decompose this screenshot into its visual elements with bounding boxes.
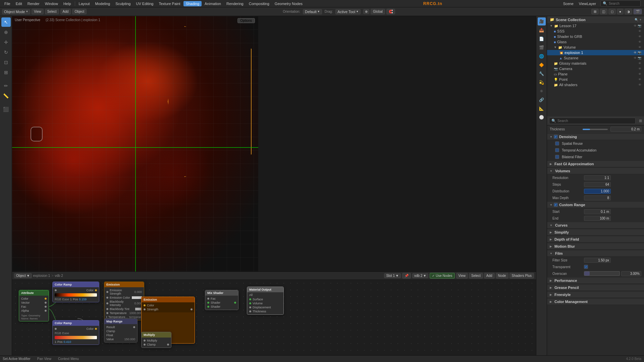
menu-window[interactable]: Window	[43, 1, 60, 6]
menu-geometry-nodes[interactable]: Geometry Nodes	[272, 1, 305, 6]
dof-header[interactable]: ▶ Depth of Field	[547, 236, 644, 243]
sc-sss[interactable]: ■ SSS 👁	[547, 28, 644, 34]
transform-icon[interactable]: ⊞	[1, 68, 11, 77]
mode-selector[interactable]: Object Mode ▼	[2, 9, 30, 14]
solid-btn[interactable]: ●	[617, 9, 624, 14]
select-button[interactable]: Select	[45, 9, 59, 14]
steps-value[interactable]: 64	[584, 182, 611, 187]
viewport-options-btn[interactable]: Options	[237, 18, 255, 23]
node-map-range[interactable]: Map Range Result Clamp Float Value 150.0…	[104, 318, 138, 343]
filter-icon[interactable]: 🔍	[635, 18, 638, 21]
props-search-bar[interactable]: 🔍	[549, 118, 636, 124]
curves-header[interactable]: ▼ Curves	[547, 222, 644, 229]
menu-shading[interactable]: Shading	[183, 1, 202, 6]
color-management-header[interactable]: ▶ Color Management	[547, 299, 644, 305]
add-collection-icon[interactable]: +	[640, 18, 641, 21]
menu-edit[interactable]: Edit	[13, 1, 24, 6]
view-icon-cam[interactable]: 👁	[638, 67, 641, 70]
physics-icon[interactable]: ⚛	[538, 87, 546, 95]
ne-add-btn[interactable]: Add	[484, 273, 495, 279]
material-selector[interactable]: vdb 2 ▼	[412, 273, 428, 278]
node-attribute[interactable]: Attribute Color Vector Fac Alpha	[19, 290, 49, 321]
sc-glass[interactable]: ■ Glass 👁	[547, 39, 644, 45]
grease-pencil-header[interactable]: ▶ Grease Pencil	[547, 285, 644, 291]
viewport-3d[interactable]: User Perspective (2.33) Scene Collection…	[12, 16, 258, 278]
view-icon-point[interactable]: 👁	[638, 78, 641, 81]
scene-selector[interactable]: Scene	[561, 1, 576, 6]
end-value[interactable]: 100 m	[584, 216, 611, 221]
add-button[interactable]: Add	[60, 9, 71, 14]
sc-volume[interactable]: ▼ 📁 Volume 👁	[547, 45, 644, 50]
sc-camera[interactable]: 📷 Camera 👁	[547, 66, 644, 71]
restrict-view-icon[interactable]: 👁	[634, 24, 637, 27]
sc-glossy[interactable]: 📁 Glossy materials 👁	[547, 61, 644, 66]
start-value[interactable]: 0.1 m	[584, 209, 611, 214]
motionblur-header[interactable]: ▶ Motion Blur	[547, 243, 644, 250]
sc-explosion1[interactable]: 💥 explosion 1 👁 📷	[547, 50, 644, 55]
data-icon[interactable]: 📐	[538, 105, 546, 113]
custom-range-header[interactable]: ▼ Custom Range	[547, 202, 644, 208]
view-icon-stg[interactable]: 👁	[638, 35, 641, 38]
spatial-reuse-checkbox[interactable]	[555, 141, 559, 145]
overlay-btn[interactable]: ⊞	[591, 9, 599, 14]
fast-gi-header[interactable]: ▶ Fast GI Approximation	[547, 161, 644, 167]
node-material-output[interactable]: Material Output All Surface Volume Displ…	[247, 287, 284, 315]
node-canvas[interactable]: Attribute Color Vector Fac Alpha	[12, 280, 536, 355]
menu-layout[interactable]: Layout	[76, 1, 92, 6]
drag-selector[interactable]: Active Tool ▼	[335, 9, 361, 14]
output-icon[interactable]: 📤	[538, 26, 546, 34]
use-nodes-btn[interactable]: ✓ Use Nodes	[430, 273, 454, 279]
menu-modeling[interactable]: Modeling	[93, 1, 113, 6]
material-icon[interactable]: ⚪	[538, 113, 546, 121]
ne-select-btn[interactable]: Select	[469, 273, 483, 279]
custom-range-checkbox[interactable]	[554, 203, 558, 207]
menu-animation[interactable]: Animation	[202, 1, 223, 6]
menu-compositing[interactable]: Compositing	[247, 1, 272, 6]
annotate-icon[interactable]: ✏	[1, 81, 11, 90]
performance-header[interactable]: ▶ Performance	[547, 278, 644, 284]
world-icon[interactable]: 🌐	[538, 52, 546, 60]
node-color-ramp-1[interactable]: Color Ramp Color RGB Ease 1 Pos 0.159	[52, 282, 99, 302]
object-icon[interactable]: 🔶	[538, 61, 546, 69]
global-search-input[interactable]	[609, 2, 644, 5]
thickness-value[interactable]: 0.2 m	[610, 127, 642, 132]
menu-help[interactable]: Help	[61, 1, 73, 6]
temporal-acc-checkbox[interactable]	[555, 148, 559, 152]
menu-texture-paint[interactable]: Texture Paint	[156, 1, 182, 6]
cursor-icon[interactable]: ⊕	[1, 27, 11, 37]
transparent-checkbox[interactable]	[584, 265, 588, 269]
pin-btn[interactable]: 📌	[402, 273, 411, 279]
menu-uv-editing[interactable]: UV Editing	[133, 1, 156, 6]
select-tool-icon[interactable]: ↖	[1, 17, 11, 27]
render-icon[interactable]: 🎥	[538, 17, 546, 25]
sc-plane[interactable]: ▭ Plane 👁	[547, 71, 644, 77]
ne-view-btn[interactable]: View	[456, 273, 468, 279]
node-multiply[interactable]: Multiply Multiply Clamp	[141, 332, 171, 348]
restrict-render-icon[interactable]: 📷	[638, 24, 641, 27]
view-icon-glass[interactable]: 👁	[638, 40, 641, 44]
measure-icon[interactable]: 📏	[1, 91, 11, 101]
props-search-input[interactable]	[557, 119, 633, 123]
simplify-header[interactable]: ▶ Simplify	[547, 229, 644, 236]
scene-icon[interactable]: 🎬	[538, 44, 546, 52]
view-icon-vol[interactable]: 👁	[638, 46, 641, 49]
denoising-checkbox[interactable]	[554, 135, 558, 139]
wireframe-btn[interactable]: ◻	[608, 9, 616, 14]
view-icon-glossy[interactable]: 👁	[638, 62, 641, 65]
pivot-btn[interactable]: ⊕	[363, 9, 369, 14]
render-icon-exp[interactable]: 📷	[638, 51, 641, 54]
view-icon-as[interactable]: 👁	[638, 83, 641, 86]
node-color-ramp-2[interactable]: Color Ramp Color RGB Ease 1 Pos 0.410	[52, 320, 99, 345]
view-icon-sss[interactable]: 👁	[638, 29, 641, 33]
rotate-icon[interactable]: ↻	[1, 48, 11, 57]
orientation-selector[interactable]: Default ▼	[303, 9, 322, 14]
material-preview-btn[interactable]: ◑	[625, 9, 632, 14]
xray-btn[interactable]: ◫	[600, 9, 607, 14]
filtersize-value[interactable]: 1.50 px	[584, 258, 611, 263]
rendered-btn[interactable]: 🎬	[633, 9, 642, 14]
view-icon-suz[interactable]: 👁	[634, 56, 637, 60]
ne-bc-explosion[interactable]: explosion 1	[33, 274, 50, 278]
sc-allshaders[interactable]: 📁 All shaders 👁	[547, 82, 644, 87]
add-cube-icon[interactable]: ⬛	[1, 105, 11, 114]
viewlayer-icon[interactable]: 📄	[538, 35, 546, 43]
